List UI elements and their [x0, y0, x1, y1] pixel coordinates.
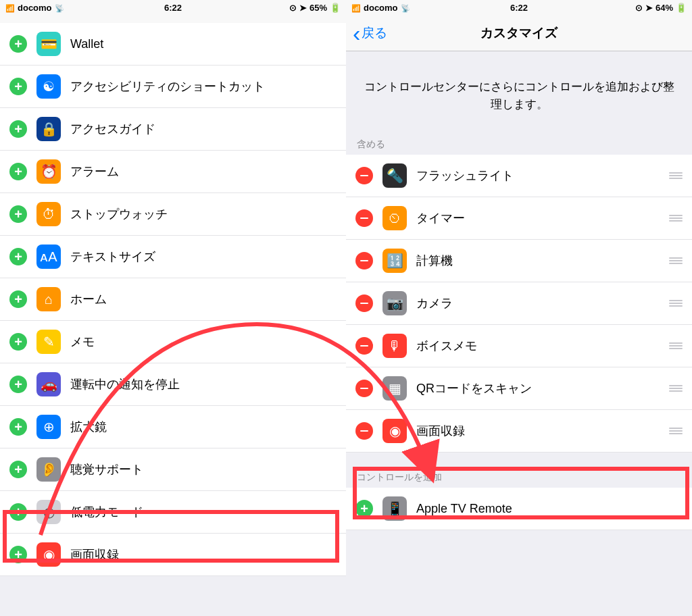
list-item[interactable]: +🚗運転中の通知を停止: [0, 363, 346, 406]
row-label: タイマー: [416, 210, 657, 226]
section-include: 含める: [346, 133, 692, 155]
status-bar: docomo 6:22 ⊙➤65%🔋: [0, 0, 346, 15]
app-icon: 🔢: [382, 249, 407, 273]
status-time: 6:22: [117, 3, 228, 13]
list-item[interactable]: +◐低電力モード: [0, 491, 346, 534]
add-button[interactable]: +: [9, 461, 27, 478]
list-item[interactable]: +📱Apple TV Remote: [346, 488, 692, 530]
row-label: Apple TV Remote: [416, 502, 683, 516]
remove-button[interactable]: [355, 422, 373, 440]
add-button[interactable]: +: [9, 290, 27, 308]
app-icon: ᴀA: [36, 245, 61, 269]
list-item[interactable]: ▦QRコードをスキャン: [346, 367, 692, 410]
list-item[interactable]: +☯アクセシビリティのショートカット: [0, 66, 346, 108]
app-icon: ✎: [36, 330, 61, 354]
app-icon: ☯: [36, 74, 61, 99]
app-icon: ▦: [382, 376, 407, 401]
list-item[interactable]: +👂聴覚サポート: [0, 448, 346, 491]
status-bar: docomo 6:22 ⊙➤64%🔋: [346, 0, 692, 15]
add-button[interactable]: +: [9, 503, 27, 521]
list-item[interactable]: +⏱ストップウォッチ: [0, 193, 346, 236]
drag-handle-icon[interactable]: [666, 257, 683, 264]
alarm-icon: ⊙: [289, 3, 297, 13]
row-label: 計算機: [416, 253, 657, 269]
battery-icon: 🔋: [676, 3, 687, 13]
list-item[interactable]: 🔢計算機: [346, 240, 692, 282]
add-button[interactable]: +: [9, 333, 27, 351]
list-item[interactable]: 📷カメラ: [346, 282, 692, 325]
drag-handle-icon[interactable]: [666, 215, 683, 222]
app-icon: 🔦: [382, 163, 407, 188]
remove-button[interactable]: [355, 209, 373, 227]
list-item[interactable]: +◉画面収録: [0, 534, 346, 576]
right-screen: docomo 6:22 ⊙➤64%🔋 戻る カスタマイズ コントロールセンターに…: [346, 0, 692, 616]
app-icon: ⏰: [36, 159, 61, 184]
carrier-label: docomo: [364, 3, 398, 13]
app-icon: 📷: [382, 291, 407, 315]
row-label: 画面収録: [416, 423, 657, 439]
row-label: ホーム: [70, 291, 337, 307]
add-button[interactable]: +: [9, 78, 27, 95]
list-item[interactable]: +💳Wallet: [0, 23, 346, 66]
drag-handle-icon[interactable]: [666, 342, 683, 349]
add-button[interactable]: +: [9, 546, 27, 563]
list-item[interactable]: ◉画面収録: [346, 410, 692, 453]
app-icon: ◉: [382, 419, 407, 443]
app-icon: ⊕: [36, 415, 61, 439]
app-icon: 🔒: [36, 117, 61, 141]
add-button[interactable]: +: [9, 248, 27, 265]
remove-button[interactable]: [355, 380, 373, 397]
list-item[interactable]: +ᴀAテキストサイズ: [0, 236, 346, 278]
row-label: メモ: [70, 334, 337, 350]
list-content: コントロールセンターにさらにコントロールを追加および整理します。 含める 🔦フラ…: [346, 51, 692, 616]
drag-handle-icon[interactable]: [666, 385, 683, 392]
drag-handle-icon[interactable]: [666, 172, 683, 179]
add-button[interactable]: +: [355, 500, 373, 517]
nav-header: 戻る カスタマイズ: [346, 15, 692, 51]
list-item[interactable]: 🎙ボイスメモ: [346, 325, 692, 367]
back-button[interactable]: 戻る: [346, 24, 394, 42]
row-label: 拡大鏡: [70, 419, 337, 435]
row-label: 画面収録: [70, 546, 337, 563]
list-item[interactable]: 🔦フラッシュライト: [346, 155, 692, 197]
remove-button[interactable]: [355, 294, 373, 312]
list-item[interactable]: +⌂ホーム: [0, 278, 346, 321]
row-label: アラーム: [70, 163, 337, 180]
add-button[interactable]: +: [9, 418, 27, 436]
add-button[interactable]: +: [9, 120, 27, 138]
add-button[interactable]: +: [9, 376, 27, 393]
row-label: テキストサイズ: [70, 249, 337, 265]
status-time: 6:22: [463, 3, 574, 13]
wifi-icon: [401, 3, 410, 13]
list-item[interactable]: +🔒アクセスガイド: [0, 108, 346, 151]
list-item[interactable]: +⊕拡大鏡: [0, 406, 346, 448]
list-item[interactable]: ⏲タイマー: [346, 197, 692, 240]
signal-icon: [351, 3, 361, 13]
location-icon: ➤: [299, 3, 307, 13]
app-icon: 💳: [36, 32, 61, 56]
list-item[interactable]: +✎メモ: [0, 321, 346, 363]
app-icon: 👂: [36, 457, 61, 482]
add-button[interactable]: +: [9, 35, 27, 53]
remove-button[interactable]: [355, 167, 373, 184]
app-icon: ⌂: [36, 287, 61, 311]
drag-handle-icon[interactable]: [666, 428, 683, 434]
add-button[interactable]: +: [9, 163, 27, 180]
app-icon: ⏲: [382, 206, 407, 230]
add-button[interactable]: +: [9, 205, 27, 223]
app-icon: ⏱: [36, 202, 61, 226]
row-label: ボイスメモ: [416, 338, 657, 354]
remove-button[interactable]: [355, 252, 373, 270]
row-label: アクセスガイド: [70, 121, 337, 137]
app-icon: 🎙: [382, 334, 407, 358]
battery-label: 65%: [310, 3, 327, 13]
remove-button[interactable]: [355, 337, 373, 355]
list-item[interactable]: +⏰アラーム: [0, 151, 346, 193]
row-label: フラッシュライト: [416, 168, 657, 184]
row-label: カメラ: [416, 295, 657, 311]
location-icon: ➤: [645, 3, 653, 13]
carrier-label: docomo: [18, 3, 52, 13]
section-add: コントロールを追加: [346, 466, 692, 488]
drag-handle-icon[interactable]: [666, 300, 683, 307]
app-icon: ◉: [36, 542, 61, 567]
